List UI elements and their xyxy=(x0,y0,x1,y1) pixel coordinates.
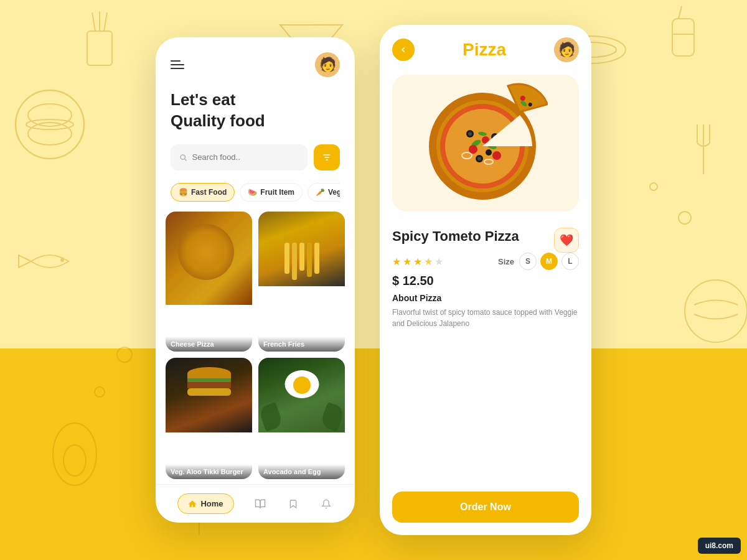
nav-book-icon[interactable] xyxy=(253,497,267,511)
fruit-label: Fruit Item xyxy=(260,188,294,197)
search-row xyxy=(171,144,340,170)
food-card-avocado[interactable]: Avocado and Egg xyxy=(258,358,345,479)
pizza-image-container xyxy=(392,75,579,212)
order-button[interactable]: Order Now xyxy=(392,492,579,523)
french-fries-label: French Fries xyxy=(258,337,345,352)
category-fruit-item[interactable]: 🍉 Fruit Item xyxy=(240,183,303,202)
search-box[interactable] xyxy=(171,144,308,170)
avocado-label: Avocado and Egg xyxy=(258,464,345,479)
back-button[interactable] xyxy=(392,39,415,61)
svg-point-27 xyxy=(181,154,185,159)
screen2-header: Pizza 🧑 xyxy=(380,25,591,68)
star-rating: ★ ★ ★ ★ ★ xyxy=(392,256,443,268)
french-fries-image xyxy=(258,212,345,286)
food-grid: Cheese Pizza French Fries xyxy=(156,212,355,479)
veg-label: Vegeta.. xyxy=(328,188,340,197)
nav-bookmark-icon[interactable] xyxy=(286,497,300,511)
bookmark-icon xyxy=(288,498,298,510)
star-2: ★ xyxy=(403,256,411,268)
svg-point-41 xyxy=(477,157,481,161)
cheese-pizza-label: Cheese Pizza xyxy=(166,337,252,352)
size-options: S M L xyxy=(519,253,579,270)
size-label: Size xyxy=(498,257,514,266)
about-text: Flavorful twist of spicy tomato sauce to… xyxy=(392,307,579,329)
avocado-image xyxy=(258,358,345,432)
screen1-home: 🧑 Let's eat Quality food xyxy=(156,37,355,523)
product-name: Spicy Tometo Pizza xyxy=(392,228,519,246)
watermark: ui8.com xyxy=(698,538,741,554)
bottom-nav: Home xyxy=(156,484,355,523)
menu-icon[interactable] xyxy=(171,60,184,69)
star-4: ★ xyxy=(424,256,433,268)
star-3: ★ xyxy=(413,256,422,268)
category-fast-food[interactable]: 🍔 Fast Food xyxy=(171,183,235,202)
burger-label: Veg. Aloo Tikki Burger xyxy=(166,464,252,479)
pizza-category-title: Pizza xyxy=(415,40,554,60)
svg-point-42 xyxy=(486,149,492,156)
food-card-french-fries[interactable]: French Fries xyxy=(258,212,345,352)
category-row: 🍔 Fast Food 🍉 Fruit Item 🥕 Vegeta.. xyxy=(171,183,340,202)
back-arrow-icon xyxy=(399,45,408,54)
hero-title: Let's eat Quality food xyxy=(171,90,340,132)
avatar[interactable]: 🧑 xyxy=(315,52,340,77)
cheese-pizza-image xyxy=(166,212,252,305)
category-vegetable[interactable]: 🥕 Vegeta.. xyxy=(308,183,340,202)
bell-icon xyxy=(321,498,331,510)
search-icon xyxy=(179,153,187,162)
product-price: $ 12.50 xyxy=(392,274,579,288)
nav-home-button[interactable]: Home xyxy=(177,493,233,514)
svg-line-28 xyxy=(185,159,187,161)
fast-food-emoji: 🍔 xyxy=(179,188,188,197)
size-large[interactable]: L xyxy=(561,253,579,270)
home-icon xyxy=(188,500,197,508)
product-name-row: Spicy Tometo Pizza ❤️ xyxy=(392,228,579,253)
size-small[interactable]: S xyxy=(519,253,537,270)
fruit-emoji: 🍉 xyxy=(248,188,257,197)
about-title: About Pizza xyxy=(392,293,579,303)
screen2-detail: Pizza 🧑 xyxy=(380,25,591,535)
burger-image xyxy=(166,358,252,432)
filter-icon xyxy=(322,152,332,162)
star-1: ★ xyxy=(392,256,401,268)
home-label: Home xyxy=(200,499,223,508)
svg-point-46 xyxy=(469,145,477,154)
svg-point-48 xyxy=(492,151,501,160)
pizza-image xyxy=(423,81,548,205)
veg-emoji: 🥕 xyxy=(316,188,325,197)
product-details: Spicy Tometo Pizza ❤️ ★ ★ ★ ★ ★ Size S M xyxy=(380,218,591,482)
fast-food-label: Fast Food xyxy=(191,188,227,197)
main-container: 🧑 Let's eat Quality food xyxy=(0,0,747,560)
size-medium[interactable]: M xyxy=(540,253,558,270)
favorite-button[interactable]: ❤️ xyxy=(554,228,579,253)
book-icon xyxy=(255,498,266,510)
details-meta-row: ★ ★ ★ ★ ★ Size S M L xyxy=(392,253,579,270)
food-card-burger[interactable]: Veg. Aloo Tikki Burger xyxy=(166,358,252,479)
about-section: About Pizza Flavorful twist of spicy tom… xyxy=(392,293,579,329)
screen2-avatar[interactable]: 🧑 xyxy=(554,37,579,62)
nav-bell-icon[interactable] xyxy=(319,497,333,511)
star-5: ★ xyxy=(435,256,443,268)
food-card-cheese-pizza[interactable]: Cheese Pizza xyxy=(166,212,252,352)
filter-button[interactable] xyxy=(314,144,340,170)
svg-point-37 xyxy=(468,132,472,136)
search-input[interactable] xyxy=(192,152,299,162)
screen1-header: 🧑 xyxy=(171,52,340,77)
